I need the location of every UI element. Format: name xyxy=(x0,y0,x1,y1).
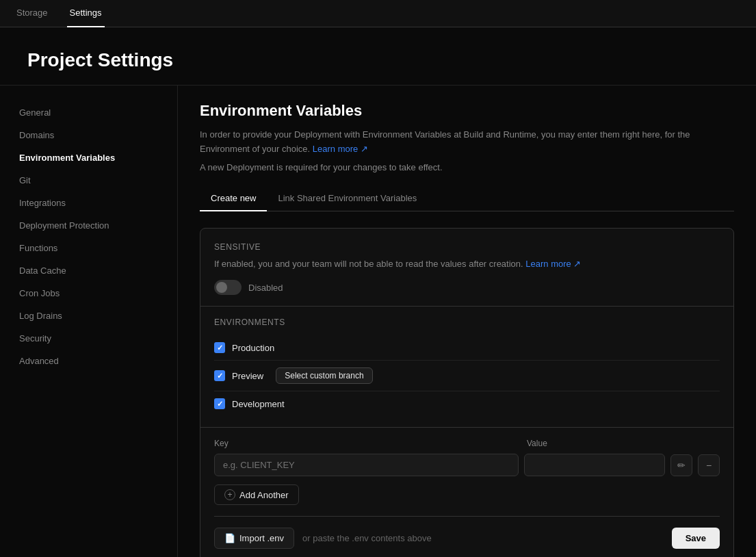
env-variables-card: Sensitive If enabled, you and your team … xyxy=(200,228,734,557)
sidebar-item-advanced[interactable]: Advanced xyxy=(11,350,166,372)
value-label: Value xyxy=(527,439,720,448)
sensitive-toggle-row: Disabled xyxy=(214,280,720,295)
env-row-preview: Preview Select custom branch xyxy=(214,361,720,391)
import-row: 📄 Import .env or paste the .env contents… xyxy=(214,516,720,549)
add-another-button[interactable]: + Add Another xyxy=(214,484,299,505)
kv-labels: Key Value xyxy=(214,439,720,448)
minus-icon: − xyxy=(706,460,712,471)
env-tabs: Create new Link Shared Environment Varia… xyxy=(200,186,734,211)
preview-checkbox[interactable] xyxy=(214,370,225,381)
sidebar-item-cron-jobs[interactable]: Cron Jobs xyxy=(11,283,166,304)
sensitive-description: If enabled, you and your team will not b… xyxy=(214,257,720,271)
top-navigation: Storage Settings xyxy=(0,0,756,27)
remove-button[interactable]: − xyxy=(698,454,720,476)
section-description: In order to provide your Deployment with… xyxy=(200,128,734,157)
sidebar-item-deployment-protection[interactable]: Deployment Protection xyxy=(11,215,166,236)
tab-link-shared[interactable]: Link Shared Environment Variables xyxy=(267,186,428,211)
divider-1 xyxy=(200,306,733,307)
key-value-section: Key Value ✏ − + xyxy=(214,439,720,505)
external-link-icon: ↗ xyxy=(361,144,368,154)
page-title: Project Settings xyxy=(27,49,729,71)
divider-2 xyxy=(200,427,733,428)
key-label: Key xyxy=(214,439,519,448)
main-content: Environment Variables In order to provid… xyxy=(178,86,756,557)
add-icon: + xyxy=(224,489,235,500)
main-layout: General Domains Environment Variables Gi… xyxy=(0,86,756,557)
environments-label: Environments xyxy=(214,318,720,327)
import-or-text: or paste the .env contents above xyxy=(302,533,664,543)
development-label: Development xyxy=(232,399,285,409)
page-header: Project Settings xyxy=(0,27,756,86)
production-checkbox[interactable] xyxy=(214,342,225,353)
sensitive-toggle[interactable] xyxy=(214,280,242,295)
sidebar-item-env-vars[interactable]: Environment Variables xyxy=(11,147,166,168)
deployment-notice: A new Deployment is required for your ch… xyxy=(200,162,734,172)
kv-row: ✏ − xyxy=(214,454,720,476)
pencil-icon: ✏ xyxy=(677,460,686,471)
section-title: Environment Variables xyxy=(200,102,734,120)
sensitive-label: Sensitive xyxy=(214,242,720,252)
sidebar-item-log-drains[interactable]: Log Drains xyxy=(11,305,166,326)
production-label: Production xyxy=(232,343,274,353)
select-custom-branch-button[interactable]: Select custom branch xyxy=(276,367,372,384)
document-icon: 📄 xyxy=(224,533,235,543)
sidebar-item-integrations[interactable]: Integrations xyxy=(11,192,166,213)
nav-storage[interactable]: Storage xyxy=(14,0,51,27)
import-env-button[interactable]: 📄 Import .env xyxy=(214,528,294,549)
sidebar-item-domains[interactable]: Domains xyxy=(11,125,166,146)
preview-label: Preview xyxy=(232,371,263,381)
value-input[interactable] xyxy=(524,454,665,476)
tab-create-new[interactable]: Create new xyxy=(200,186,267,211)
learn-more-link[interactable]: Learn more ↗ xyxy=(313,144,368,154)
sidebar: General Domains Environment Variables Gi… xyxy=(0,86,178,557)
key-input[interactable] xyxy=(214,454,519,476)
edit-button[interactable]: ✏ xyxy=(670,454,692,476)
sensitive-learn-more-link[interactable]: Learn more ↗ xyxy=(525,259,581,269)
sidebar-item-functions[interactable]: Functions xyxy=(11,237,166,259)
env-row-development: Development xyxy=(214,391,720,416)
env-row-production: Production xyxy=(214,335,720,361)
sensitive-section: Sensitive If enabled, you and your team … xyxy=(214,242,720,296)
sidebar-item-git[interactable]: Git xyxy=(11,170,166,191)
sidebar-item-security[interactable]: Security xyxy=(11,328,166,349)
nav-settings[interactable]: Settings xyxy=(67,0,105,27)
add-another-label: Add Another xyxy=(239,490,289,500)
sidebar-item-general[interactable]: General xyxy=(11,102,166,123)
sensitive-toggle-label: Disabled xyxy=(248,283,283,293)
save-button[interactable]: Save xyxy=(672,528,720,549)
import-label: Import .env xyxy=(239,533,284,543)
environments-section: Environments Production Preview Select c… xyxy=(214,318,720,416)
sensitive-external-link-icon: ↗ xyxy=(573,259,581,269)
development-checkbox[interactable] xyxy=(214,398,225,409)
sidebar-item-data-cache[interactable]: Data Cache xyxy=(11,260,166,281)
